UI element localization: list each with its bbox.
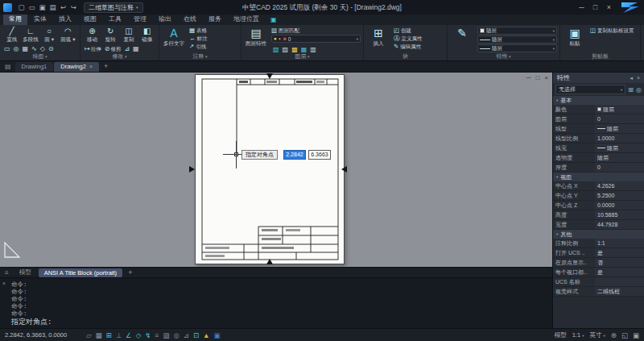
doc-restore-button[interactable]: □: [535, 74, 539, 81]
save-icon[interactable]: ▣: [37, 1, 47, 14]
tab-close-icon[interactable]: ×: [89, 64, 93, 69]
autoscale-icon[interactable]: ▣: [214, 330, 221, 341]
prop-linetype-scale-value[interactable]: 1.0000: [595, 134, 644, 143]
new-layout-button[interactable]: +: [124, 268, 136, 277]
layout-tab-ansi-a[interactable]: ANSI A Title Block (portrait): [39, 268, 122, 277]
props-section-view[interactable]: ▾视图: [553, 173, 644, 181]
prop-annotation-scale-value[interactable]: 1:1: [595, 239, 644, 247]
props-section-general[interactable]: ▾基本: [553, 96, 644, 105]
new-file-icon[interactable]: ▢: [16, 1, 27, 14]
layer-walk-icon[interactable]: ▥: [310, 46, 316, 52]
polygon-icon[interactable]: ◇: [40, 45, 45, 52]
insert-block-button[interactable]: ⊞插入: [366, 27, 390, 47]
prop-center-x-value[interactable]: 4.2626: [595, 181, 644, 190]
dynamic-input-y-field[interactable]: 6.3663: [308, 150, 331, 160]
quick-select-icon[interactable]: ⊞: [628, 86, 634, 94]
dimension-button[interactable]: ↔标注: [189, 35, 238, 42]
rotate-button[interactable]: ↻旋转: [101, 27, 120, 43]
edit-attributes-button[interactable]: ✎编辑属性: [394, 43, 444, 50]
document-menu-icon[interactable]: ▤: [2, 63, 14, 72]
leader-button[interactable]: ↗引线: [189, 43, 238, 50]
layer-off-icon[interactable]: ▨: [283, 46, 289, 52]
layer-match-button[interactable]: ▥图层匹配: [271, 27, 361, 34]
ribbon-tab-geolocation[interactable]: 地理位置: [228, 14, 265, 25]
select-objects-icon[interactable]: ◎: [636, 86, 642, 94]
doc-minimize-button[interactable]: ─: [526, 74, 531, 81]
annotation-visibility-icon[interactable]: ▲: [203, 330, 209, 341]
infer-constraints-icon[interactable]: ▱: [86, 330, 92, 341]
ribbon-panel-properties-label[interactable]: 特性 ▾: [448, 52, 559, 60]
doc-tab-drawing1[interactable]: Drawing1: [15, 62, 54, 72]
copy-button[interactable]: ◫复制: [120, 27, 138, 43]
layer-freeze-icon[interactable]: ▧: [273, 46, 279, 52]
grid-icon[interactable]: ⊞: [106, 330, 112, 341]
prop-center-y-value[interactable]: 5.2500: [595, 191, 644, 200]
palette-close-icon[interactable]: ×: [637, 75, 640, 81]
undo-icon[interactable]: ↩: [58, 1, 68, 14]
workspace-switcher[interactable]: 二维草图与注释 ▾: [84, 2, 143, 13]
arc-button[interactable]: ◠圆弧 ▾: [59, 27, 77, 43]
rectangle-icon[interactable]: ▭: [4, 45, 10, 52]
ribbon-tab-view[interactable]: 视图: [78, 14, 102, 25]
workspace-gear-icon[interactable]: ⊛: [611, 331, 617, 339]
dynamic-input-x-field[interactable]: 2.2842: [283, 150, 306, 160]
create-block-button[interactable]: ◰创建: [394, 27, 444, 34]
prop-thickness-value[interactable]: 0: [595, 163, 644, 172]
ribbon-tab-online[interactable]: 在线: [178, 14, 202, 25]
cycling-icon[interactable]: ◎: [173, 330, 179, 341]
new-document-tab-button[interactable]: +: [100, 62, 112, 72]
array-icon[interactable]: ▦: [133, 45, 139, 52]
ribbon-tab-services[interactable]: 服务: [203, 14, 227, 25]
command-prompt[interactable]: 指定对角点:: [11, 317, 549, 327]
units-button[interactable]: 英寸 ▾: [589, 331, 605, 339]
prop-layer-value[interactable]: 0: [595, 114, 644, 123]
ribbon-tab-insert[interactable]: 插入: [53, 14, 77, 25]
ribbon-panel-clipboard-label[interactable]: 剪贴板: [560, 52, 640, 60]
scale-icon[interactable]: ⊿: [124, 45, 130, 52]
linetype-combo[interactable]: 随层▾: [477, 44, 557, 52]
layer-lock-icon[interactable]: ▩: [291, 46, 298, 52]
ortho-icon[interactable]: ⊥: [116, 330, 122, 341]
command-line-panel[interactable]: × 命令:命令:命令:命令:命令: 指定对角点:: [0, 277, 552, 328]
minimize-button[interactable]: ─: [575, 1, 588, 14]
prop-ucs-icon-on-value[interactable]: 是: [595, 248, 644, 257]
layout-tab-model[interactable]: 模型: [14, 268, 37, 277]
selection-dropdown[interactable]: 无选择 ▾: [555, 85, 625, 94]
layer-isolate-icon[interactable]: ▦: [301, 46, 308, 52]
mirror-button[interactable]: ◧镜像: [138, 27, 156, 43]
close-button[interactable]: ×: [602, 1, 616, 14]
ribbon-tab-tools[interactable]: 工具: [103, 14, 127, 25]
match-properties-button[interactable]: ✎: [450, 27, 474, 40]
drawing-canvas[interactable]: ─ □ ×: [0, 73, 552, 267]
prop-transparency-value[interactable]: 随层: [595, 153, 644, 162]
workspace-cube-icon[interactable]: ▣: [266, 16, 282, 25]
osnap-icon[interactable]: ◇: [136, 330, 142, 341]
fullscreen-icon[interactable]: ▣: [633, 331, 639, 339]
ribbon-tab-output[interactable]: 输出: [153, 14, 177, 25]
circle-button[interactable]: ○圆 ▾: [40, 27, 59, 43]
open-file-icon[interactable]: ▭: [27, 1, 37, 14]
autohide-pin-icon[interactable]: ◂: [630, 75, 633, 81]
prop-center-z-value[interactable]: 0.0000: [595, 201, 644, 210]
props-section-misc[interactable]: ▾其他: [553, 230, 644, 239]
paste-button[interactable]: ▣粘贴: [563, 27, 587, 47]
table-button[interactable]: ▦表格: [189, 27, 238, 34]
app-logo-icon[interactable]: [3, 3, 12, 12]
layer-combo[interactable]: ●◐■0▾: [271, 35, 361, 43]
print-icon[interactable]: ▤: [47, 1, 58, 14]
stretch-button[interactable]: ↦拉伸: [85, 45, 101, 52]
ellipse-icon[interactable]: ◎: [14, 45, 19, 52]
otrack-icon[interactable]: ↯: [145, 330, 151, 341]
polar-icon[interactable]: ∠: [126, 330, 132, 341]
dynamic-input-icon[interactable]: ⊡: [193, 330, 199, 341]
layer-properties-button[interactable]: ▤图层特性: [244, 27, 268, 47]
point-icon[interactable]: ⊙: [48, 45, 54, 52]
ribbon-panel-annotate-label[interactable]: 注释 ▾: [159, 52, 241, 60]
prop-height-value[interactable]: 10.5885: [595, 210, 644, 219]
prop-ucs-at-origin-value[interactable]: 否: [595, 258, 644, 267]
transparency-icon[interactable]: ▨: [163, 330, 169, 341]
model-space-button[interactable]: 模型: [555, 331, 567, 339]
command-close-icon[interactable]: ×: [2, 281, 6, 286]
properties-palette-header[interactable]: 特性 ◂ ×: [553, 73, 644, 83]
prop-visual-style-value[interactable]: 二维线框: [595, 287, 644, 296]
